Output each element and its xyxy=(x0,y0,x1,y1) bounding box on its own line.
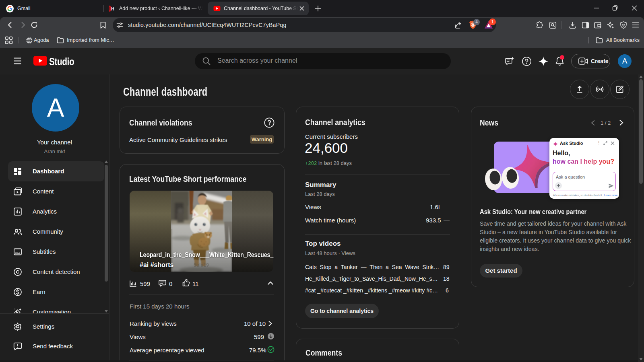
svg-text:H: H xyxy=(111,6,114,11)
